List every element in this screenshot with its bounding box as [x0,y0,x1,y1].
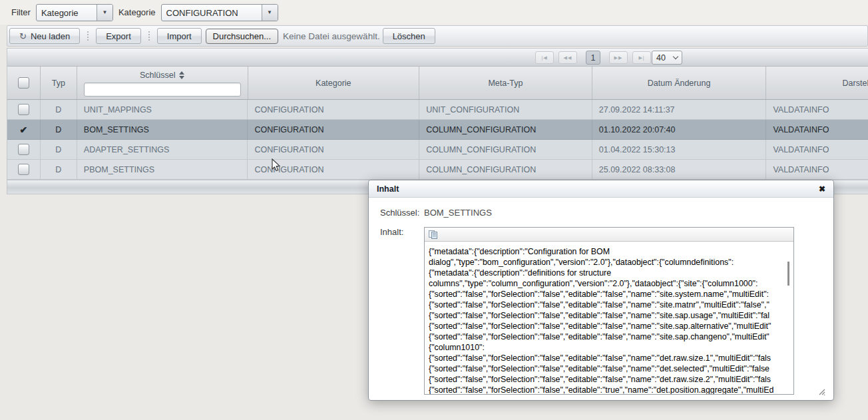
cell-meta-typ: UNIT_CONFIGURATION [419,100,592,119]
toolbar-separator [87,31,89,41]
content-toolbar [425,228,793,242]
toolbar: ↻ Neu laden Export Import Durchsuchen...… [7,25,868,47]
reload-button-label: Neu laden [31,31,70,41]
cell-datum-aenderung: 01.10.2022 20:07:40 [592,120,767,139]
copy-icon[interactable] [428,230,439,240]
browse-button[interactable]: Durchsuchen... [206,29,278,44]
cell-kategorie: CONFIGURATION [248,120,419,139]
page: Filter Kategorie ▼ Kategorie CONFIGURATI… [0,0,868,420]
content-line: dialog","type":"bom_configuration","vers… [429,257,787,268]
column-header-schluessel[interactable]: Schlüssel [140,71,185,80]
cell-darstellung: VALDATAINFO [766,140,868,159]
last-page-icon: ▶| [638,55,644,61]
pager: |◀ ◀◀ 1 ▶▶ ▶| [535,51,651,65]
content-line: {"sorted":"false","forSelection":"false"… [429,310,787,321]
content-text-area[interactable]: {"metadata":{"description":"Configuratio… [425,242,793,394]
filter-category-combobox-value: Kategorie [37,5,97,21]
category-label: Kategorie [118,7,156,17]
chevron-down-icon [673,54,678,59]
chevron-down-icon: ▼ [102,9,107,15]
column-header-typ: Typ [52,79,65,88]
cell-meta-typ: COLUMN_CONFIGURATION [419,120,592,139]
content-line: columns","type":"column_configuration","… [429,278,787,289]
content-line: {"sorted":"false","forSelection":"false"… [429,374,787,385]
content-box: {"metadata":{"description":"Configuratio… [424,227,794,395]
row-checkbox[interactable] [18,164,29,175]
table-row[interactable]: D UNIT_MAPPINGS CONFIGURATION UNIT_CONFI… [7,100,868,120]
table-row-selected[interactable]: ✔ D BOM_SETTINGS CONFIGURATION COLUMN_CO… [7,120,868,140]
cell-datum-aenderung: 25.09.2022 08:33:08 [592,160,767,179]
previous-page-icon: ◀◀ [564,55,572,61]
cell-schluessel: BOM_SETTINGS [77,120,248,139]
schluessel-filter-input[interactable] [84,83,241,97]
current-page-button[interactable]: 1 [586,51,600,65]
close-icon[interactable]: ✖ [819,184,825,194]
column-header-kategorie: Kategorie [316,79,351,88]
reload-button[interactable]: ↻ Neu laden [9,28,80,44]
column-header-darstellung: Darstellung [843,79,868,88]
data-table: |◀ ◀◀ 1 ▶▶ ▶| 40 Typ [7,48,868,194]
table-header: Typ Schlüssel Kategorie Meta-Typ Datum Ä… [7,67,868,100]
cell-darstellung: VALDATAINFO [766,100,868,119]
row-checkbox-checked[interactable]: ✔ [20,124,28,135]
import-button[interactable]: Import [157,28,202,44]
sort-icon [179,71,184,79]
delete-button-label: Löschen [393,31,425,41]
cell-typ: D [41,140,77,159]
column-header-meta-typ: Meta-Typ [488,79,523,88]
content-line: {"sorted":"false","forSelection":"false"… [429,363,787,374]
page-size-value: 40 [656,53,666,63]
cell-meta-typ: COLUMN_CONFIGURATION [419,140,592,159]
cell-meta-typ: COLUMN_CONFIGURATION [419,160,592,179]
content-line: {"metadata":{"description":"Configuratio… [429,246,787,257]
cell-schluessel: ADAPTER_SETTINGS [77,140,248,159]
first-page-button[interactable]: |◀ [535,51,554,64]
chevron-down-icon: ▼ [267,9,272,15]
export-button-label: Export [106,31,131,41]
scrollbar-thumb[interactable] [787,262,789,286]
export-button[interactable]: Export [96,28,141,44]
row-checkbox[interactable] [18,104,29,115]
inhalt-dialog: Inhalt ✖ Schlüssel: BOM_SETTINGS Inhalt: [368,180,834,401]
filter-category-combobox[interactable]: Kategorie ▼ [36,4,113,21]
cell-darstellung: VALDATAINFO [766,160,868,179]
schluessel-value: BOM_SETTINGS [424,208,492,218]
content-line: {"sorted":"false","forSelection":"false"… [429,353,787,363]
cell-kategorie: CONFIGURATION [248,160,419,179]
cell-schluessel: PBOM_SETTINGS [77,160,248,179]
column-header-schluessel-label: Schlüssel [140,71,176,80]
pager-strip: |◀ ◀◀ 1 ▶▶ ▶| 40 [7,49,868,67]
previous-page-button[interactable]: ◀◀ [558,51,577,64]
category-value-combobox-value: CONFIGURATION [162,5,262,21]
category-value-combobox-arrow-button[interactable]: ▼ [262,5,278,21]
category-value-combobox[interactable]: CONFIGURATION ▼ [161,4,278,21]
dialog-header[interactable]: Inhalt ✖ [369,180,833,198]
inhalt-label: Inhalt: [380,227,403,237]
select-all-checkbox[interactable] [18,77,29,89]
page-size-select[interactable]: 40 [652,51,682,65]
table-row[interactable]: D PBOM_SETTINGS CONFIGURATION COLUMN_CON… [7,160,868,180]
filter-label: Filter [11,7,31,17]
cell-kategorie: CONFIGURATION [248,140,419,159]
content-line: {"column1010": [429,342,787,353]
filter-category-combobox-arrow-button[interactable]: ▼ [97,5,112,21]
row-checkbox[interactable] [18,144,29,155]
first-page-icon: |◀ [541,55,547,61]
column-header-datum-aenderung: Datum Änderung [648,79,711,88]
last-page-button[interactable]: ▶| [632,51,651,64]
content-line: {"sorted":"false","forSelection":"false"… [429,289,787,300]
content-line: {"sorted":"false","forSelection":"false"… [429,300,787,310]
cell-datum-aenderung: 01.04.2022 15:30:13 [592,140,767,159]
table-row[interactable]: D ADAPTER_SETTINGS CONFIGURATION COLUMN_… [7,140,868,160]
cell-datum-aenderung: 27.09.2022 14:11:37 [592,100,767,119]
delete-button[interactable]: Löschen [383,28,435,44]
content-line: {"sorted":"false","forSelection":"false"… [429,331,787,342]
cell-kategorie: CONFIGURATION [248,100,419,119]
cell-typ: D [41,100,77,119]
next-page-button[interactable]: ▶▶ [609,51,628,64]
import-button-label: Import [167,31,192,41]
file-status-text: Keine Datei ausgewählt. [283,31,380,41]
content-line: {"sorted":"false","forSelection":"false"… [429,321,787,331]
toolbar-separator [148,31,150,41]
resize-grip-icon[interactable] [818,388,825,395]
